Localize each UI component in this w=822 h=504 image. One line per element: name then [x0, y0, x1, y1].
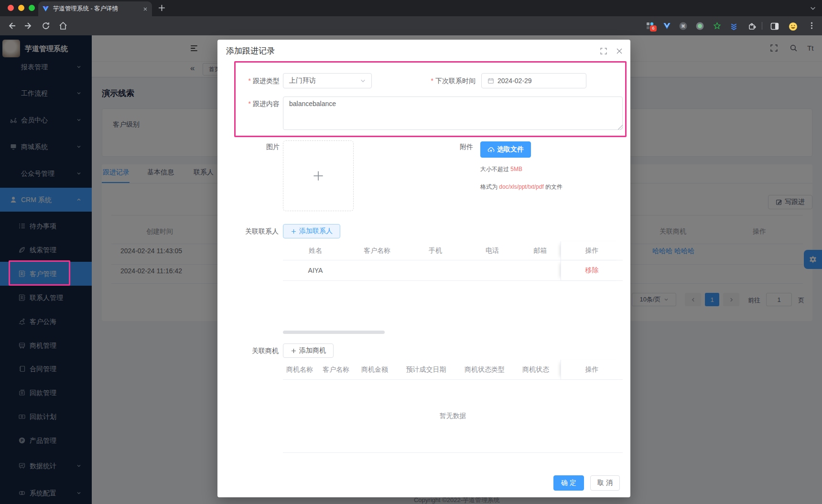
contacts-table-row: AIYA 移除: [283, 260, 623, 281]
contacts-table-header: 姓名 客户名称 手机 电话 邮箱 操作: [283, 241, 623, 260]
image-label: 图片: [227, 143, 280, 151]
tab-search-chevron-icon[interactable]: [810, 5, 816, 11]
confirm-button[interactable]: 确 定: [553, 475, 584, 491]
followup-content-label: 跟进内容: [227, 100, 280, 108]
window-minimize-button[interactable]: [18, 5, 24, 11]
extension-recorder-icon[interactable]: [696, 22, 704, 30]
dialog-close-icon[interactable]: [616, 47, 623, 55]
tab-title: 芋道管理系统 - 客户详情: [53, 5, 139, 13]
extension-badge: 6: [650, 25, 657, 32]
followup-type-select[interactable]: 上门拜访: [283, 73, 372, 88]
horizontal-scrollbar[interactable]: [283, 331, 385, 334]
select-file-button[interactable]: 选取文件: [480, 141, 531, 158]
home-icon[interactable]: [58, 21, 68, 31]
dialog-fullscreen-icon[interactable]: [600, 47, 607, 55]
cloud-upload-icon: [487, 146, 495, 153]
extensions-puzzle-icon[interactable]: [747, 22, 756, 30]
chevron-down-icon: [360, 78, 366, 84]
business-table: 商机名称 客户名称 商机金额 预计成交日期 商机状态类型 商机状态 操作 暂无数…: [283, 360, 623, 453]
dialog-title: 添加跟进记录: [226, 40, 275, 63]
back-icon[interactable]: [7, 21, 16, 31]
screen: 芋道管理系统 - 客户详情 127.0.0.1/crm/c: [0, 0, 822, 504]
plus-icon: [291, 228, 297, 235]
svg-text:⌘: ⌘: [681, 24, 685, 29]
cancel-button[interactable]: 取 消: [590, 475, 620, 491]
related-contacts-label: 关联联系人: [217, 224, 279, 238]
attachment-label: 附件: [444, 143, 473, 151]
extension-vue-icon[interactable]: [663, 22, 671, 30]
size-hint: 大小不超过 5MB: [480, 165, 522, 173]
new-tab-button[interactable]: [158, 4, 166, 12]
business-table-empty: 暂无数据: [283, 380, 623, 453]
favicon-icon: [42, 5, 49, 12]
toolbar-divider: [762, 22, 762, 30]
format-hint: 格式为 doc/xls/ppt/txt/pdf 的文件: [480, 183, 562, 191]
window-close-button[interactable]: [8, 5, 14, 11]
remove-contact-link[interactable]: 移除: [561, 260, 623, 280]
calendar-icon: [487, 77, 494, 84]
add-business-button[interactable]: 添加商机: [283, 343, 334, 358]
browser-tabstrip: 芋道管理系统 - 客户详情: [0, 0, 822, 16]
extension-star-icon[interactable]: [713, 22, 721, 30]
next-contact-time-label: 下次联系时间: [399, 73, 476, 88]
extension-grid-icon[interactable]: 6: [646, 22, 654, 30]
browser-tab[interactable]: 芋道管理系统 - 客户详情: [38, 1, 152, 16]
extension-command-icon[interactable]: ⌘: [679, 22, 687, 30]
followup-type-label: 跟进类型: [227, 73, 280, 88]
add-contact-button[interactable]: 添加联系人: [283, 224, 340, 238]
profile-avatar-emoji-icon[interactable]: [789, 22, 797, 30]
business-table-header: 商机名称 客户名称 商机金额 预计成交日期 商机状态类型 商机状态 操作: [283, 360, 623, 380]
window-zoom-button[interactable]: [29, 5, 35, 11]
browser-toolbar: 127.0.0.1/crm/customer/detail/16 6 ⌘: [0, 16, 822, 35]
next-contact-time-input[interactable]: 2024-02-29: [481, 73, 586, 88]
reload-icon[interactable]: [41, 21, 51, 31]
contact-name: AIYA: [283, 260, 348, 280]
contacts-table: 姓名 客户名称 手机 电话 邮箱 操作 AIYA 移除: [283, 241, 623, 281]
browser-menu-dots-icon[interactable]: [808, 21, 816, 30]
plus-icon: [312, 169, 325, 182]
textarea-resize-grip[interactable]: [618, 125, 623, 129]
side-panel-icon[interactable]: [770, 22, 779, 30]
image-upload-box[interactable]: [283, 140, 354, 211]
plus-icon: [291, 348, 297, 354]
forward-icon[interactable]: [24, 21, 33, 31]
related-business-label: 关联商机: [217, 343, 279, 358]
add-followup-dialog: 添加跟进记录 跟进类型 上门拜访 下次联系时间 2024-02-29 跟进内容 …: [217, 40, 630, 497]
followup-content-textarea[interactable]: balancebalance: [283, 97, 623, 130]
tab-close-icon[interactable]: [142, 6, 148, 12]
empty-text: 暂无数据: [440, 412, 466, 420]
extension-layers-icon[interactable]: [730, 22, 738, 30]
